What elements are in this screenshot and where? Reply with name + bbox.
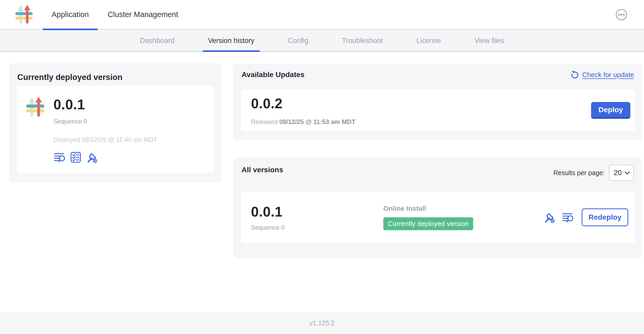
version-row: 0.0.1 Sequence 0 Online Install Currentl… bbox=[241, 191, 635, 243]
results-per-page-label: Results per page: bbox=[553, 169, 605, 177]
check-for-update-link[interactable]: Check for update bbox=[570, 70, 634, 79]
tab-version-history[interactable]: Version history bbox=[191, 30, 271, 51]
sub-nav: Dashboard Version history Config Trouble… bbox=[0, 30, 644, 52]
tab-config[interactable]: Config bbox=[271, 30, 325, 51]
footer: v1.125.2 bbox=[0, 312, 644, 334]
app-logo-icon bbox=[26, 94, 46, 121]
available-updates-title: Available Updates bbox=[242, 71, 304, 79]
tab-license[interactable]: License bbox=[400, 30, 458, 51]
view-logs-icon[interactable] bbox=[562, 211, 574, 223]
results-per-page-select[interactable]: 20 bbox=[609, 165, 634, 181]
all-versions-title: All versions bbox=[242, 166, 283, 174]
app-logo-icon bbox=[15, 3, 34, 26]
top-tab-cluster-management[interactable]: Cluster Management bbox=[98, 0, 188, 30]
redeploy-button[interactable]: Redeploy bbox=[582, 208, 628, 226]
currently-deployed-detail: 0.0.1 Sequence 0 Deployed 08/12/25 @ 11:… bbox=[17, 86, 214, 173]
available-update-item: 0.0.2 Released 08/12/25 @ 11:53 am MDT D… bbox=[241, 90, 635, 131]
refresh-icon bbox=[570, 70, 579, 79]
available-updates-card: Available Updates Check for update 0.0.2… bbox=[233, 63, 642, 140]
console-version: v1.125.2 bbox=[309, 319, 335, 327]
deployed-action-icons bbox=[53, 151, 157, 163]
install-type-label: Online Install bbox=[383, 204, 473, 213]
config-icon[interactable] bbox=[86, 151, 98, 163]
update-released-timestamp: Released 08/12/25 @ 11:53 am MDT bbox=[251, 118, 355, 126]
tab-troubleshoot[interactable]: Troubleshoot bbox=[325, 30, 400, 51]
top-tab-bar: Application Cluster Management bbox=[42, 0, 188, 30]
status-badge: Currently deployed version bbox=[383, 217, 473, 230]
deploy-button[interactable]: Deploy bbox=[591, 102, 630, 119]
top-tab-application[interactable]: Application bbox=[42, 0, 98, 30]
chevron-down-icon bbox=[625, 171, 630, 175]
config-icon[interactable] bbox=[543, 211, 555, 223]
check-for-update-label: Check for update bbox=[582, 71, 634, 79]
results-per-page-value: 20 bbox=[614, 169, 622, 177]
update-version-number: 0.0.2 bbox=[251, 95, 355, 111]
preflight-checks-icon[interactable] bbox=[70, 151, 82, 163]
tab-dashboard[interactable]: Dashboard bbox=[123, 30, 191, 51]
deployed-timestamp: Deployed 08/12/25 @ 11:40 am MDT bbox=[53, 136, 157, 143]
currently-deployed-card: Currently deployed version 0.0.1 Sequenc… bbox=[9, 63, 222, 182]
deployed-version-number: 0.0.1 bbox=[53, 96, 157, 112]
row-sequence: Sequence 0 bbox=[251, 224, 383, 231]
row-version-number: 0.0.1 bbox=[251, 204, 383, 220]
top-nav: Application Cluster Management bbox=[0, 0, 644, 30]
tab-view-files[interactable]: View files bbox=[458, 30, 521, 51]
all-versions-card: All versions Results per page: 20 0.0.1 … bbox=[233, 157, 642, 258]
ellipsis-circle-icon[interactable] bbox=[615, 9, 627, 21]
view-logs-icon[interactable] bbox=[53, 151, 66, 163]
deployed-sequence: Sequence 0 bbox=[53, 118, 157, 125]
currently-deployed-title: Currently deployed version bbox=[17, 73, 122, 82]
